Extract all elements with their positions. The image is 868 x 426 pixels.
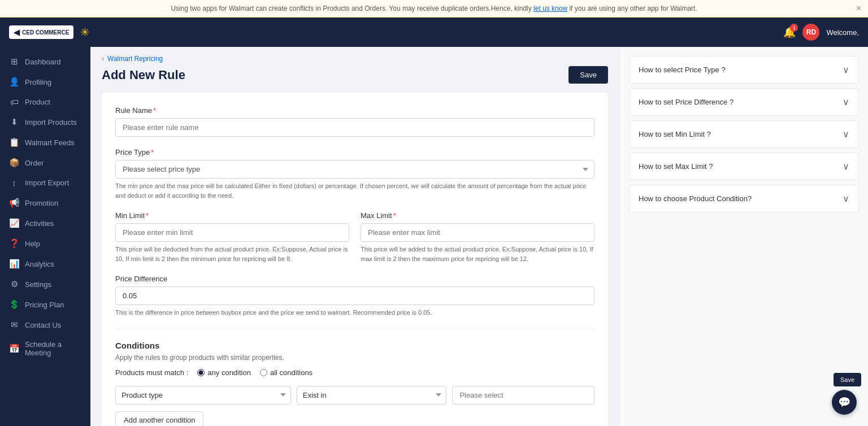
avatar[interactable]: RD: [802, 24, 819, 41]
breadcrumb-parent[interactable]: Walmart Repricing: [107, 55, 163, 63]
sidebar-label: Schedule a Meeting: [25, 340, 81, 357]
sidebar-icon: 👤: [9, 77, 19, 87]
sidebar-label: Dashboard: [25, 58, 61, 66]
accordion-label-4: How to choose Product Condition?: [639, 194, 752, 203]
accordion-header-2[interactable]: How to set Min Limit ? ∨: [630, 121, 858, 147]
rule-name-input[interactable]: [115, 118, 594, 137]
max-limit-group: Max Limit* This price will be added to t…: [361, 211, 594, 263]
sidebar-label: Settings: [25, 280, 51, 289]
accordion-chevron-icon-3: ∨: [843, 161, 849, 172]
all-conditions-radio[interactable]: [260, 369, 267, 376]
condition-value-input[interactable]: [452, 386, 594, 405]
breadcrumb-arrow: ‹: [102, 55, 104, 63]
accordion-header-0[interactable]: How to select Price Type ? ∨: [630, 56, 858, 83]
sidebar-item-analytics[interactable]: 📊 Analytics: [0, 254, 90, 274]
rule-name-group: Rule Name*: [115, 106, 594, 137]
accordion-header-1[interactable]: How to set Price Difference ? ∨: [630, 89, 858, 115]
sidebar-item-dashboard[interactable]: ⊞ Dashboard: [0, 51, 90, 72]
save-floating-button[interactable]: Save: [834, 373, 861, 386]
accordion-chevron-icon-4: ∨: [843, 193, 849, 204]
header-right: 🔔 1 RD Welcome,: [783, 24, 859, 41]
price-difference-input[interactable]: [115, 286, 594, 305]
products-match-label: Products must match :: [115, 368, 188, 377]
min-limit-group: Min Limit* This price will be deducted f…: [115, 211, 349, 263]
help-panel: How to select Price Type ? ∨ How to set …: [619, 47, 868, 426]
sidebar-icon: 📈: [9, 218, 19, 228]
sidebar-item-pricing-plan[interactable]: 💲 Pricing Plan: [0, 294, 90, 315]
sidebar-item-promotion[interactable]: 📢 Promotion: [0, 193, 90, 213]
min-max-row: Min Limit* This price will be deducted f…: [115, 211, 594, 263]
sidebar-item-contact-us[interactable]: ✉ Contact Us: [0, 315, 90, 335]
max-limit-hint: This price will be added to the actual p…: [361, 245, 594, 263]
sidebar-item-order[interactable]: 📦 Order: [0, 153, 90, 173]
notification-link[interactable]: let us know: [533, 5, 567, 12]
sidebar-label: Promotion: [25, 199, 58, 207]
sidebar-item-activities[interactable]: 📈 Activities: [0, 213, 90, 233]
form-card: Rule Name* Price Type* Please select pri…: [102, 93, 608, 426]
sidebar-label: Analytics: [25, 260, 54, 268]
all-conditions-label: all conditions: [270, 368, 313, 377]
walmart-star-icon: ✳: [80, 25, 90, 39]
condition-type-select[interactable]: Product type: [115, 386, 291, 405]
sidebar-icon: 🏷: [9, 97, 19, 107]
sidebar-label: Pricing Plan: [25, 301, 64, 309]
sidebar-icon: 📊: [9, 259, 19, 269]
sidebar-icon: ⬇: [9, 117, 19, 127]
sidebar-item-walmart-feeds[interactable]: 📋 Walmart Feeds: [0, 132, 90, 153]
sidebar-icon: ↕: [9, 178, 19, 188]
price-difference-hint: This is the difference in price between …: [115, 308, 594, 318]
sidebar-icon: ⚙: [9, 279, 19, 289]
sidebar-label: Contact Us: [25, 321, 61, 329]
price-type-group: Price Type* Please select price type The…: [115, 148, 594, 200]
sidebar: ⊞ Dashboard 👤 Profiling 🏷 Product ⬇ Impo…: [0, 47, 90, 426]
any-condition-label: any condition: [207, 368, 251, 377]
accordion-header-3[interactable]: How to set Max Limit ? ∨: [630, 153, 858, 180]
price-type-select[interactable]: Please select price type: [115, 160, 594, 179]
min-limit-label: Min Limit*: [115, 211, 349, 220]
price-difference-group: Price Difference This is the difference …: [115, 275, 594, 318]
accordion-label-0: How to select Price Type ?: [639, 66, 726, 74]
min-limit-hint: This price will be deducted from the act…: [115, 245, 349, 263]
sidebar-item-profiling[interactable]: 👤 Profiling: [0, 72, 90, 92]
sidebar-item-product[interactable]: 🏷 Product: [0, 92, 90, 112]
accordion-item-1: How to set Price Difference ? ∨: [629, 88, 859, 116]
notification-close-button[interactable]: ×: [856, 3, 861, 14]
logo[interactable]: ◀ CED COMMERCE: [9, 25, 73, 39]
sidebar-label: Walmart Feeds: [25, 138, 75, 147]
sidebar-item-import-products[interactable]: ⬇ Import Products: [0, 112, 90, 132]
bell-container: 🔔 1: [783, 26, 796, 38]
sidebar-item-help[interactable]: ❓ Help: [0, 233, 90, 254]
accordion-label-3: How to set Max Limit ?: [639, 162, 713, 171]
accordion-label-1: How to set Price Difference ?: [639, 98, 734, 106]
chat-widget[interactable]: 💬: [832, 390, 857, 415]
add-condition-button[interactable]: Add another condition: [115, 411, 203, 427]
sidebar-icon: 📦: [9, 158, 19, 168]
sidebar-label: Help: [25, 240, 40, 248]
accordion-header-4[interactable]: How to choose Product Condition? ∨: [630, 185, 858, 212]
accordion-chevron-icon-0: ∨: [843, 64, 849, 75]
sidebar-label: Order: [25, 159, 44, 167]
save-button-top[interactable]: Save: [568, 66, 608, 84]
any-condition-radio[interactable]: [197, 369, 205, 376]
sidebar-item-import-export[interactable]: ↕ Import Export: [0, 173, 90, 193]
products-match-row: Products must match : any condition all …: [115, 368, 594, 377]
sidebar-item-schedule-a-meeting[interactable]: 📅 Schedule a Meeting: [0, 335, 90, 362]
min-limit-input[interactable]: [115, 223, 349, 242]
any-condition-option[interactable]: any condition: [197, 368, 251, 377]
notification-text-after: if you are using any other app for Walma…: [569, 5, 697, 12]
accordion-item-3: How to set Max Limit ? ∨: [629, 153, 859, 180]
sidebar-label: Import Export: [25, 179, 69, 187]
all-conditions-option[interactable]: all conditions: [260, 368, 313, 377]
condition-operator-select[interactable]: Exist in: [297, 386, 447, 405]
max-limit-input[interactable]: [361, 223, 594, 242]
accordion-label-2: How to set Min Limit ?: [639, 130, 711, 138]
sidebar-item-settings[interactable]: ⚙ Settings: [0, 274, 90, 294]
sidebar-icon: 📅: [9, 344, 19, 354]
sidebar-icon: ✉: [9, 320, 19, 330]
page-title: Add New Rule: [102, 68, 185, 82]
price-type-label: Price Type*: [115, 148, 594, 157]
notification-bar: Using two apps for Walmart can create co…: [0, 0, 868, 18]
sidebar-icon: 💲: [9, 299, 19, 310]
price-type-hint: The min price and the max price will be …: [115, 181, 594, 200]
accordion-item-4: How to choose Product Condition? ∨: [629, 185, 859, 212]
